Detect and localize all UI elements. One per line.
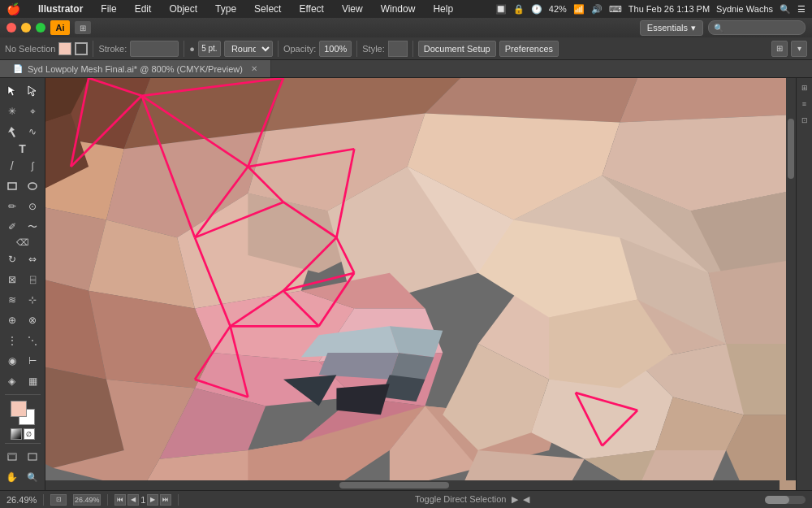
blob-brush-tool[interactable]: ⊙ [23,197,43,216]
hand-tool[interactable]: ✋ [2,467,23,487]
shear-tool[interactable]: ⌸ [23,270,43,289]
smooth-tool[interactable]: 〜 [23,217,43,237]
menu-effect[interactable]: Effect [296,2,326,16]
line-tool[interactable]: / [2,156,23,176]
full-screen-btn[interactable] [23,447,43,467]
preferences-button[interactable]: Preferences [499,41,559,57]
ellipse-tool[interactable] [23,176,43,196]
options-bar: No Selection Stroke: ● 5 pt. Round Miter… [0,37,812,60]
document-tab[interactable]: 📄 Syd Lowpoly Mesh Final.ai* @ 800% (CMY… [0,60,271,77]
opacity-input[interactable]: 100% [319,41,352,57]
app-name[interactable]: Illustrator [35,2,86,16]
menu-edit[interactable]: Edit [132,2,155,16]
first-page-btn[interactable]: ⏮ [114,494,126,506]
stroke-cap-select[interactable]: Round Miter Bevel [224,41,273,57]
canvas-area[interactable] [45,78,796,490]
document-setup-button[interactable]: Document Setup [418,41,496,57]
warp-group: ≋ ⊹ [2,290,43,310]
last-page-btn[interactable]: ⏭ [160,494,171,506]
zoom-tool[interactable]: 🔍 [23,467,43,487]
panel-toggle[interactable]: ⊞ [75,21,91,34]
progress-bar [765,496,806,504]
apple-menu[interactable]: 🍎 [6,2,20,15]
artboard-icon[interactable]: ⊡ [50,494,67,506]
warp-tool[interactable]: ≋ [2,290,23,310]
arrange-icon[interactable]: ⊞ [771,41,788,57]
prev-page-btn[interactable]: ◀ [127,494,139,506]
reflect-tool[interactable]: ⇔ [23,250,43,269]
essentials-button[interactable]: Essentials ▾ [640,20,703,36]
menu-file[interactable]: File [97,2,119,16]
scale-group: ⊠ ⌸ [2,270,43,289]
direct-selection-tool[interactable] [23,81,43,101]
pen-group: ∿ [2,122,43,141]
svg-point-1 [28,183,37,189]
stroke-color-icon[interactable] [75,42,88,55]
arc-tool[interactable]: ∫ [23,156,43,176]
right-panel-btn-3[interactable]: ⊡ [798,114,811,127]
rect-group [2,176,43,196]
search-icon[interactable]: 🔍 [780,4,791,15]
measure-tool[interactable]: ⊢ [23,351,43,371]
notification-icon[interactable]: ☰ [797,4,806,15]
v-scroll-thumb[interactable] [788,119,794,179]
rect-tool[interactable] [2,176,23,196]
menu-view[interactable]: View [339,2,366,16]
menu-select[interactable]: Select [251,2,284,16]
minimize-button[interactable] [21,23,31,33]
battery-percent: 42% [549,4,567,14]
paintbrush-tool[interactable]: ✏ [2,197,23,216]
doc-tab-close[interactable]: ✕ [251,64,257,73]
normal-screen-btn[interactable] [2,447,23,467]
menu-help[interactable]: Help [430,2,456,16]
scale-tool[interactable]: ⊠ [2,270,23,289]
svg-marker-10 [620,78,796,123]
fill-swatch[interactable] [11,401,27,417]
color-mode-btn[interactable] [11,428,22,440]
line-group: / ∫ [2,156,43,176]
separator-5 [412,41,413,57]
h-scroll-thumb[interactable] [339,482,450,488]
eyedropper-tool[interactable]: ◉ [2,351,23,371]
text-tool[interactable]: T [2,142,43,155]
pen-tool[interactable] [2,122,23,141]
shape-builder-tool[interactable]: ⊕ [2,310,23,330]
lasso-tool[interactable]: ⌖ [23,102,43,121]
maximize-button[interactable] [36,23,45,33]
horizontal-scrollbar[interactable] [45,480,780,490]
svg-rect-3 [8,454,16,455]
stroke-pt-label: ● [189,44,195,54]
magic-wand-tool[interactable]: ✳ [2,102,23,121]
menu-type[interactable]: Type [212,2,240,16]
perspective-grid-tool[interactable]: ⋮ [2,331,23,350]
free-transform-tool[interactable]: ⊹ [23,290,43,310]
datetime: Thu Feb 26 1:13 PM [628,4,710,14]
menu-object[interactable]: Object [166,2,201,16]
graph-tool[interactable]: ▦ [23,371,43,391]
zoom-input[interactable]: 26.49% [73,494,101,506]
right-panel-btn-2[interactable]: ≡ [798,98,811,111]
title-bar-right: Essentials ▾ 🔍 [640,20,806,36]
next-page-btn[interactable]: ▶ [147,494,158,506]
stroke-color-box[interactable] [130,41,179,57]
menu-window[interactable]: Window [378,2,419,16]
style-box[interactable] [388,41,408,57]
blend-tool[interactable]: ◈ [2,371,23,391]
perspective-selection-tool[interactable]: ⋱ [23,331,43,350]
fill-stroke-swatches[interactable] [11,401,35,425]
fill-color-swatch[interactable] [58,42,71,55]
pencil-tool[interactable]: ✐ [2,217,23,237]
username: Sydnie Wachs [716,4,773,14]
no-color-btn[interactable]: ∅ [24,428,35,440]
close-button[interactable] [6,23,16,33]
eraser-tool[interactable]: ⌫ [2,237,43,249]
selection-tool[interactable] [2,81,23,101]
live-paint-tool[interactable]: ⊗ [23,310,43,330]
curvature-tool[interactable]: ∿ [23,122,43,141]
vertical-scrollbar[interactable] [786,78,796,480]
right-panel-btn-1[interactable]: ⊞ [798,81,811,94]
rotate-tool[interactable]: ↻ [2,250,23,269]
stroke-weight-input[interactable]: 5 pt. [198,41,221,57]
more-options-icon[interactable]: ▾ [791,41,807,57]
dropbox-icon[interactable]: 🔲 [495,4,507,15]
